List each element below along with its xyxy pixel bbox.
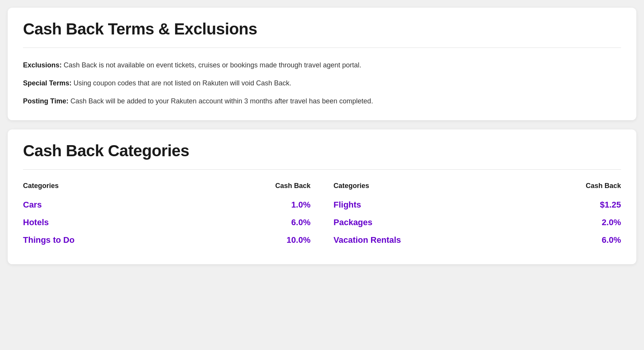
left-cat-name-1[interactable]: Hotels [23, 218, 49, 227]
left-cat-row-1: Hotels6.0% [23, 214, 310, 231]
terms-title-section: Cash Back Terms & Exclusions [8, 8, 636, 47]
terms-card: Cash Back Terms & Exclusions Exclusions:… [8, 8, 636, 120]
terms-item-1: Special Terms: Using coupon codes that a… [23, 78, 621, 88]
left-cat-value-1: 6.0% [291, 218, 310, 227]
terms-label-1: Special Terms: [23, 79, 72, 87]
left-cat-row-2: Things to Do10.0% [23, 231, 310, 249]
right-cat-name-1[interactable]: Packages [334, 218, 373, 227]
right-categories: Flights$1.25Packages2.0%Vacation Rentals… [334, 196, 621, 249]
right-cat-row-0: Flights$1.25 [334, 196, 621, 214]
right-cat-row-2: Vacation Rentals6.0% [334, 231, 621, 249]
left-header-row: Categories Cash Back [23, 182, 310, 196]
left-cat-value-2: 10.0% [287, 235, 310, 245]
right-header-categories: Categories [334, 182, 369, 190]
right-cat-name-2[interactable]: Vacation Rentals [334, 235, 401, 245]
categories-card: Cash Back Categories Categories Cash Bac… [8, 129, 636, 264]
categories-grid: Categories Cash Back Cars1.0%Hotels6.0%T… [8, 170, 636, 264]
right-cat-value-0: $1.25 [600, 200, 621, 210]
categories-title-section: Cash Back Categories [8, 129, 636, 169]
right-cat-row-1: Packages2.0% [334, 214, 621, 231]
left-column: Categories Cash Back Cars1.0%Hotels6.0%T… [23, 182, 310, 249]
left-header-categories: Categories [23, 182, 59, 190]
right-column: Categories Cash Back Flights$1.25Package… [334, 182, 621, 249]
left-cat-row-0: Cars1.0% [23, 196, 310, 214]
terms-label-0: Exclusions: [23, 61, 62, 69]
terms-label-2: Posting Time: [23, 97, 69, 105]
terms-item-0: Exclusions: Cash Back is not available o… [23, 60, 621, 70]
terms-title: Cash Back Terms & Exclusions [23, 20, 621, 38]
terms-items: Exclusions: Cash Back is not available o… [23, 60, 621, 106]
left-cat-value-0: 1.0% [291, 200, 310, 210]
right-cat-value-2: 6.0% [602, 235, 621, 245]
left-header-cashback: Cash Back [275, 182, 310, 190]
left-categories: Cars1.0%Hotels6.0%Things to Do10.0% [23, 196, 310, 249]
right-cat-name-0[interactable]: Flights [334, 200, 361, 210]
right-header-cashback: Cash Back [586, 182, 621, 190]
left-cat-name-2[interactable]: Things to Do [23, 235, 74, 245]
right-cat-value-1: 2.0% [602, 218, 621, 227]
right-header-row: Categories Cash Back [334, 182, 621, 196]
terms-body: Exclusions: Cash Back is not available o… [8, 48, 636, 120]
left-cat-name-0[interactable]: Cars [23, 200, 42, 210]
terms-item-2: Posting Time: Cash Back will be added to… [23, 96, 621, 106]
categories-title: Cash Back Categories [23, 142, 621, 160]
